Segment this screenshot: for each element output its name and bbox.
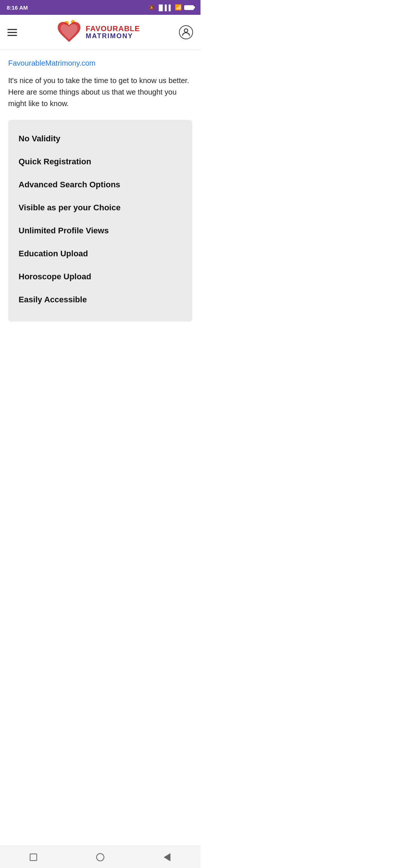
hamburger-menu[interactable]: [7, 29, 17, 36]
feature-item: No Validity: [19, 127, 182, 150]
logo-text: FAVOURABLE MATRIMONY: [86, 24, 140, 40]
logo-container: FAVOURABLE MATRIMONY: [56, 19, 140, 45]
site-url[interactable]: FavourableMatrimony.com: [8, 59, 192, 68]
intro-text: It's nice of you to take the time to get…: [8, 75, 192, 109]
feature-item: Horoscope Upload: [19, 265, 182, 288]
app-header: FAVOURABLE MATRIMONY: [0, 15, 200, 50]
main-content: FavourableMatrimony.com It's nice of you…: [0, 50, 200, 331]
feature-item: Quick Registration: [19, 150, 182, 173]
status-bar: 8:16 AM 🔕 ▐▌▌▌ 📶: [0, 0, 200, 15]
status-icons: 🔕 ▐▌▌▌ 📶: [149, 4, 194, 11]
logo-icon: [56, 19, 82, 45]
mute-icon: 🔕: [149, 5, 154, 10]
status-time: 8:16 AM: [7, 4, 28, 11]
feature-item: Advanced Search Options: [19, 173, 182, 196]
feature-item: Visible as per your Choice: [19, 196, 182, 219]
wifi-icon: 📶: [175, 4, 182, 11]
profile-button[interactable]: [179, 25, 193, 39]
svg-point-2: [184, 29, 188, 32]
features-box: No ValidityQuick RegistrationAdvanced Se…: [8, 120, 192, 322]
signal-icon: ▐▌▌▌: [157, 4, 173, 11]
battery-icon: [184, 5, 194, 10]
logo-line2: MATRIMONY: [86, 33, 140, 40]
feature-item: Easily Accessible: [19, 288, 182, 311]
feature-item: Unlimited Profile Views: [19, 219, 182, 242]
feature-item: Education Upload: [19, 242, 182, 265]
logo-line1: FAVOURABLE: [86, 24, 140, 33]
